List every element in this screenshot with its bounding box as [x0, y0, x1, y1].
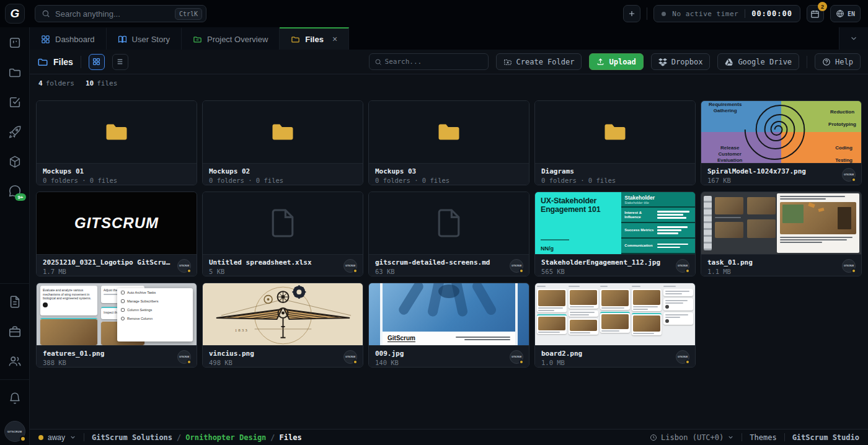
- folder-icon: [37, 56, 48, 68]
- tab-files[interactable]: Files ×: [280, 27, 349, 50]
- sidebar-item-boards[interactable]: [8, 36, 22, 50]
- brand-link[interactable]: GitScrum Studio: [792, 433, 859, 442]
- upload-button[interactable]: Upload: [589, 53, 643, 70]
- gitscrum-wordmark: GitScrum: [388, 335, 415, 342]
- presence-dot: [38, 435, 43, 440]
- folder-card-diagrams[interactable]: Diagrams0 folders · 0 files: [534, 100, 696, 185]
- thumbnail-spiral-model: RequirementsGathering ReductionPrototypi…: [701, 101, 861, 163]
- file-size: 1.1 MB: [707, 268, 855, 275]
- file-card-logotipo[interactable]: GITSCRUM 20251210_0321_Logotipo GitScrum…: [36, 192, 197, 276]
- sidebar-item-projects[interactable]: [8, 325, 22, 338]
- file-card-markdown[interactable]: gitscrum-detailed-screens.md 63 KB GITSC…: [368, 192, 529, 276]
- breadcrumb: GitScrum Solutions / Ornithopter Design …: [92, 433, 302, 442]
- folder-card-mockups-02[interactable]: Mockups 020 folders · 0 files: [202, 100, 363, 185]
- grid-view-button[interactable]: [89, 54, 105, 70]
- timer-value: 00:00:00: [751, 9, 792, 18]
- folder-card-mockups-03[interactable]: Mockups 030 folders · 0 files: [368, 100, 529, 185]
- sidebar-item-notifications[interactable]: [8, 391, 22, 405]
- global-search[interactable]: CtrlK: [35, 5, 206, 22]
- folder-name: Mockups 01: [43, 167, 190, 175]
- divider: [807, 56, 807, 68]
- file-size: 498 KB: [209, 359, 356, 366]
- ornithopter-drawing: 1833: [203, 283, 363, 345]
- search-icon: [42, 9, 50, 18]
- global-search-input[interactable]: [55, 9, 175, 19]
- help-label: Help: [835, 58, 853, 66]
- thumbnail-team-photo: GitScrum: [369, 283, 529, 345]
- list-view-button[interactable]: [112, 54, 128, 70]
- chevron-down-icon: [849, 34, 858, 43]
- file-name: StakeholderEngagement_112.jpg: [541, 258, 689, 267]
- file-text-icon: [8, 295, 22, 309]
- presence-label: away: [48, 433, 65, 442]
- owner-avatar: GITSCRUM: [676, 350, 689, 364]
- file-card-team-photo[interactable]: GitScrum 009.jpg 140 KB GITSCRUM: [368, 283, 529, 368]
- breadcrumb-page: Files: [280, 433, 302, 442]
- tab-overflow-button[interactable]: [839, 27, 868, 50]
- presence-dot: [685, 268, 690, 273]
- files-search[interactable]: [369, 53, 489, 70]
- language-button[interactable]: EN: [830, 5, 861, 22]
- tab-project-overview[interactable]: Project Overview: [182, 27, 280, 50]
- create-folder-button[interactable]: Create Folder: [496, 53, 582, 70]
- file-name: Untitled spreadsheet.xlsx: [209, 258, 356, 267]
- folder-thumbnail: [203, 101, 363, 163]
- tab-dashboard[interactable]: Dashboard: [30, 27, 107, 50]
- list-view-icon: [116, 58, 124, 66]
- file-card-vincius[interactable]: 1833 vincius.png 498 KB GITSCRUM: [202, 283, 363, 368]
- sidebar-item-chat[interactable]: 9+: [8, 185, 22, 198]
- files-search-input[interactable]: [385, 58, 483, 66]
- sidebar-item-sprints[interactable]: [8, 125, 22, 139]
- owner-avatar: GITSCRUM: [177, 350, 191, 364]
- divider: [0, 379, 29, 380]
- sidebar-item-documents[interactable]: [8, 295, 22, 309]
- sidebar-item-team[interactable]: [8, 355, 22, 368]
- user-avatar[interactable]: GITSCRUM: [4, 421, 25, 442]
- file-name: SpiralModel-1024x737.png: [707, 167, 855, 175]
- file-card-board[interactable]: board2.png 1.0 MB GITSCRUM: [534, 283, 696, 368]
- file-name: features_01.png: [43, 350, 190, 358]
- status-bar: away GitScrum Solutions / Ornithopter De…: [30, 429, 868, 445]
- folder-card-mockups-01[interactable]: Mockups 010 folders · 0 files: [36, 100, 197, 185]
- page-title-text: Files: [53, 57, 73, 67]
- owner-avatar: GITSCRUM: [343, 259, 357, 273]
- timezone-selector[interactable]: Lisbon (UTC+0): [650, 433, 734, 442]
- calendar-button[interactable]: 2: [807, 5, 824, 22]
- tab-user-story[interactable]: User Story: [107, 27, 182, 50]
- top-bar: G CtrlK No active timer 00:00:00 2: [0, 0, 868, 27]
- logo-letter: G: [11, 7, 20, 20]
- timer-widget[interactable]: No active timer 00:00:00: [653, 5, 800, 22]
- app-logo[interactable]: G: [0, 4, 30, 24]
- folder-name: Mockups 03: [375, 167, 523, 175]
- files-grid: Mockups 010 folders · 0 files Mockups 02…: [30, 92, 868, 429]
- thumbnail-generic-file: [203, 192, 363, 254]
- sidebar-item-files[interactable]: [8, 66, 22, 79]
- file-size: 140 KB: [375, 359, 523, 366]
- themes-link[interactable]: Themes: [750, 433, 776, 442]
- file-card-stakeholder[interactable]: UX-Stakeholder Engagement 101 NN/g Stake…: [534, 192, 696, 276]
- file-name: 20251210_0321_Logotipo GitScrum Moderno…: [43, 258, 190, 267]
- add-button[interactable]: [623, 5, 640, 22]
- folder-icon: [100, 118, 133, 146]
- file-card-spreadsheet[interactable]: Untitled spreadsheet.xlsx 5 KB GITSCRUM: [202, 192, 363, 276]
- dashboard-grid-icon: [41, 35, 50, 44]
- breadcrumb-project[interactable]: Ornithopter Design: [185, 433, 266, 442]
- breadcrumb-company[interactable]: GitScrum Solutions: [92, 433, 172, 442]
- presence-selector[interactable]: away: [38, 433, 76, 442]
- folder-name: Diagrams: [541, 167, 689, 175]
- sidebar-item-products[interactable]: [8, 155, 22, 169]
- tab-label: Files: [305, 35, 324, 44]
- file-card-spiralmodel[interactable]: RequirementsGathering ReductionPrototypi…: [701, 100, 862, 185]
- sidebar-item-tasks[interactable]: [8, 95, 22, 109]
- board-icon: [8, 36, 22, 50]
- dropbox-button[interactable]: Dropbox: [651, 53, 711, 70]
- language-label: EN: [848, 11, 855, 17]
- close-icon[interactable]: ×: [332, 34, 337, 44]
- help-button[interactable]: Help: [815, 53, 861, 70]
- calendar-badge: 2: [818, 2, 827, 11]
- file-card-task01[interactable]: task_01.png 1.1 MB GITSCRUM: [701, 192, 862, 276]
- chevron-down-icon: [727, 434, 734, 441]
- google-drive-button[interactable]: Google Drive: [717, 53, 799, 70]
- file-card-features[interactable]: Evaluate and analyze various mechanisms …: [36, 283, 197, 368]
- files-count: 10files: [86, 79, 117, 87]
